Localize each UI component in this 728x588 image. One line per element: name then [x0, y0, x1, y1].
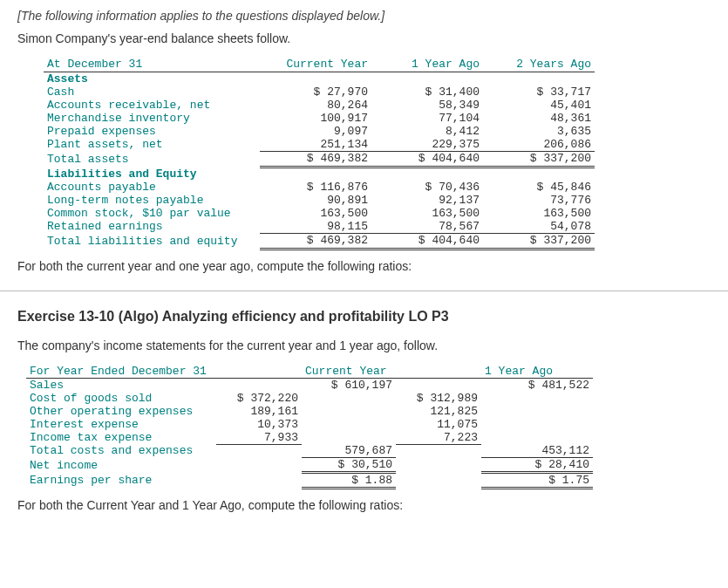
bs-total-assets: Total assets	[44, 152, 260, 168]
ratio-note-1: For both the current year and one year a…	[17, 259, 711, 273]
bs-cell: 8,412	[371, 125, 483, 138]
is-cell: 579,687	[302, 444, 396, 458]
bs-cell: $ 27,970	[260, 85, 371, 99]
bs-cell: 3,635	[483, 125, 595, 138]
separator	[0, 291, 728, 291]
is-cell: $ 1.88	[302, 473, 396, 489]
bs-cell: 163,500	[371, 207, 483, 220]
bs-hdr-c1: Current Year	[260, 58, 371, 72]
bs-row-label: Retained earnings	[44, 220, 260, 234]
is-cell: 121,825	[396, 405, 481, 418]
bs-cell: 45,401	[483, 99, 595, 112]
bs-row-label: Prepaid expenses	[44, 125, 260, 138]
bs-hdr-c3: 2 Years Ago	[483, 58, 595, 72]
bs-cell: 78,567	[371, 220, 483, 234]
intro-note: [The following information applies to th…	[17, 9, 711, 23]
bs-cell: $ 404,640	[371, 152, 483, 168]
is-row-label: Interest expense	[26, 418, 216, 431]
is-eps: Earnings per share	[26, 473, 216, 489]
bs-row-label: Long-term notes payable	[44, 194, 260, 207]
is-cell: 453,112	[481, 444, 593, 458]
bs-cell: $ 33,717	[483, 85, 595, 99]
bs-cell: $ 469,382	[260, 152, 371, 168]
bs-hdr-date: At December 31	[44, 58, 260, 72]
bs-cell: $ 116,876	[260, 181, 371, 194]
is-hdr-date: For Year Ended December 31	[26, 365, 216, 379]
is-cell: 10,373	[216, 418, 302, 431]
bs-cell: $ 337,200	[483, 233, 595, 249]
bs-cell: 206,086	[483, 138, 595, 152]
bs-row-label: Accounts receivable, net	[44, 99, 260, 112]
is-row-label: Other operating expenses	[26, 405, 216, 418]
is-cell: 189,161	[216, 405, 302, 418]
bs-row-label: Accounts payable	[44, 181, 260, 194]
exercise-title: Exercise 13-10 (Algo) Analyzing efficien…	[17, 309, 711, 325]
is-cell: $ 610,197	[302, 378, 396, 392]
is-cell: $ 1.75	[481, 473, 593, 489]
bs-cell: 77,104	[371, 112, 483, 125]
bs-cell: $ 45,846	[483, 181, 595, 194]
is-cell: 11,075	[396, 418, 481, 431]
bs-cell: 92,137	[371, 194, 483, 207]
bs-cell: $ 337,200	[483, 152, 595, 168]
is-row-label: Cost of goods sold	[26, 392, 216, 405]
balance-sheet-table: At December 31 Current Year 1 Year Ago 2…	[44, 58, 595, 250]
ratio-note-2: For both the Current Year and 1 Year Ago…	[17, 498, 711, 512]
bs-cell: 9,097	[260, 125, 371, 138]
bs-hdr-c2: 1 Year Ago	[371, 58, 483, 72]
is-cell: $ 481,522	[481, 378, 593, 392]
is-cell: $ 28,410	[481, 458, 593, 473]
bs-cell: 163,500	[483, 207, 595, 220]
bs-cell: 48,361	[483, 112, 595, 125]
is-cell: 7,223	[396, 431, 481, 445]
is-total-costs: Total costs and expenses	[26, 444, 216, 458]
is-hdr-py: 1 Year Ago	[481, 365, 593, 379]
bs-cell: 80,264	[260, 99, 371, 112]
is-hdr-cy: Current Year	[302, 365, 396, 379]
bs-row-label: Cash	[44, 85, 260, 99]
bs-cell: 100,917	[260, 112, 371, 125]
bs-row-label: Plant assets, net	[44, 138, 260, 152]
bs-cell: 58,349	[371, 99, 483, 112]
bs-cell: 251,134	[260, 138, 371, 152]
bs-row-label: Merchandise inventory	[44, 112, 260, 125]
bs-liab-label: Liabilities and Equity	[44, 168, 260, 181]
is-net-income: Net income	[26, 458, 216, 473]
bs-cell: $ 70,436	[371, 181, 483, 194]
is-sales-label: Sales	[26, 378, 216, 392]
is-row-label: Income tax expense	[26, 431, 216, 445]
bs-cell: 90,891	[260, 194, 371, 207]
bs-cell: 54,078	[483, 220, 595, 234]
bs-cell: 98,115	[260, 220, 371, 234]
is-cell: $ 372,220	[216, 392, 302, 405]
income-lead: The company's income statements for the …	[17, 338, 711, 352]
bs-cell: 73,776	[483, 194, 595, 207]
bs-cell: $ 469,382	[260, 233, 371, 249]
bs-assets-label: Assets	[44, 72, 260, 86]
bs-total-liab: Total liabilities and equity	[44, 233, 260, 249]
bs-cell: $ 404,640	[371, 233, 483, 249]
income-statement-table: For Year Ended December 31 Current Year …	[26, 365, 593, 490]
bs-cell: 163,500	[260, 207, 371, 220]
bs-cell: 229,375	[371, 138, 483, 152]
bs-cell: $ 31,400	[371, 85, 483, 99]
intro-lead: Simon Company's year-end balance sheets …	[17, 31, 711, 45]
is-cell: $ 312,989	[396, 392, 481, 405]
is-cell: $ 30,510	[302, 458, 396, 473]
bs-row-label: Common stock, $10 par value	[44, 207, 260, 220]
is-cell: 7,933	[216, 431, 302, 445]
